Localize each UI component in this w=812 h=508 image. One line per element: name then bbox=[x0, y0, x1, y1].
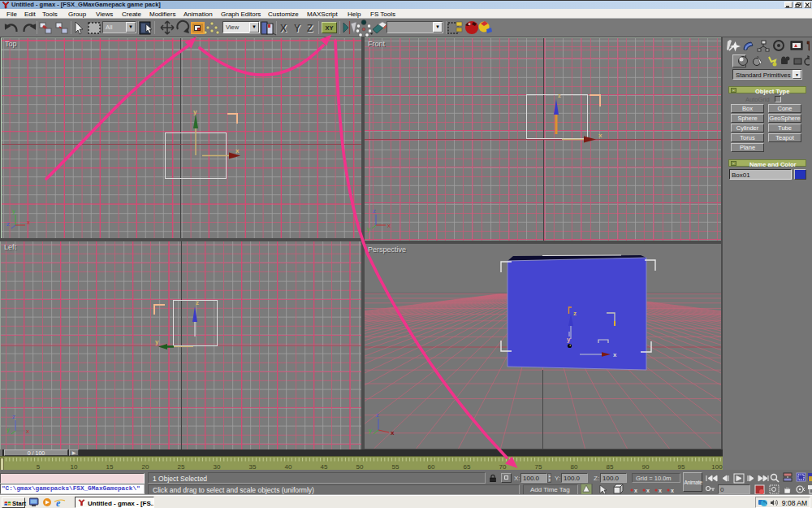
svg-text:x: x bbox=[659, 488, 662, 493]
svg-text:x: x bbox=[387, 222, 391, 229]
svg-text:x: x bbox=[27, 219, 30, 226]
svg-text:y: y bbox=[6, 426, 10, 433]
svg-text:x: x bbox=[634, 488, 637, 493]
svg-text:x: x bbox=[646, 488, 650, 493]
svg-text:x: x bbox=[26, 428, 29, 435]
svg-text:Y: Y bbox=[294, 23, 300, 34]
svg-text:e: e bbox=[56, 497, 61, 507]
svg-text:z: z bbox=[6, 220, 10, 228]
svg-text:x: x bbox=[598, 132, 603, 139]
svg-text:z: z bbox=[196, 299, 199, 306]
svg-text:x: x bbox=[671, 488, 674, 493]
svg-text:x: x bbox=[235, 147, 240, 154]
svg-text:z: z bbox=[376, 411, 379, 419]
svg-text:x: x bbox=[613, 351, 617, 358]
svg-text:y: y bbox=[155, 338, 159, 345]
svg-text:z: z bbox=[558, 92, 561, 99]
svg-text:z: z bbox=[373, 207, 376, 215]
svg-text:z: z bbox=[573, 310, 577, 317]
svg-text:y: y bbox=[369, 427, 372, 434]
svg-text:y: y bbox=[193, 108, 197, 115]
svg-text:z: z bbox=[12, 413, 15, 420]
svg-text:X: X bbox=[280, 23, 287, 34]
svg-text:y: y bbox=[367, 225, 370, 232]
svg-text:y: y bbox=[12, 207, 15, 215]
svg-text:x: x bbox=[391, 429, 395, 436]
svg-text:Z: Z bbox=[307, 23, 313, 34]
svg-text:y: y bbox=[567, 336, 571, 343]
